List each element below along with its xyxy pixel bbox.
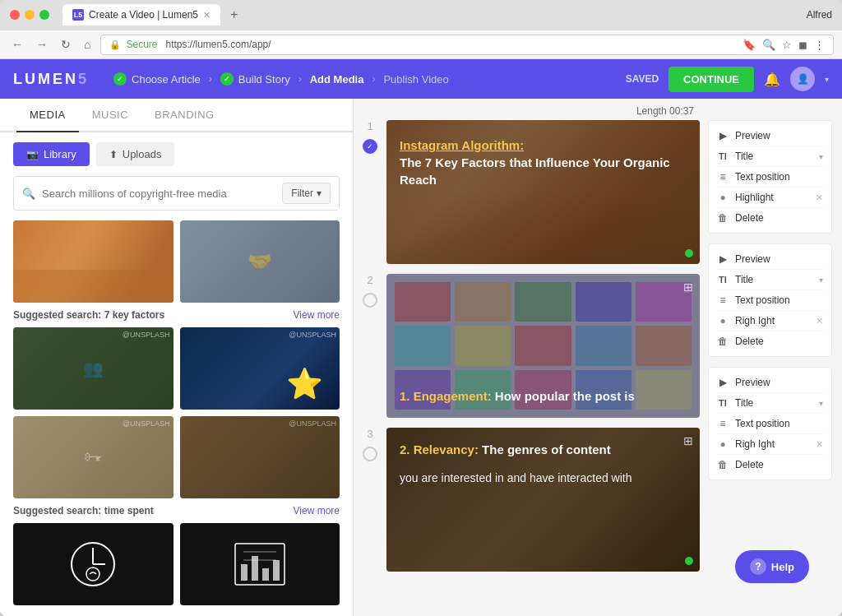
- controls-column: ▶ Preview TI Title ▾ ≡ Text position: [700, 120, 835, 616]
- filter-caret-icon: ▾: [317, 188, 322, 199]
- hands-image: 🤝: [180, 220, 340, 303]
- slide-2-highlight: 1. Engagement:: [400, 389, 492, 403]
- slide-3-title-btn[interactable]: TI Title ▾: [717, 393, 823, 414]
- suggested-label-2: Suggested search: time spent View more: [13, 505, 340, 516]
- slide-2-rest: How popular the post is: [495, 389, 635, 403]
- slide-2-delete-btn[interactable]: 🗑 Delete: [717, 331, 823, 351]
- window-controls: [10, 10, 49, 20]
- slide-1-title-btn[interactable]: TI Title ▾: [717, 146, 823, 167]
- forward-button[interactable]: →: [33, 36, 51, 53]
- continue-button[interactable]: CONTINUE: [669, 67, 754, 92]
- slide-1-textpos-btn[interactable]: ≡ Text position: [717, 167, 823, 188]
- title-label: Title: [735, 397, 812, 409]
- view-more-1[interactable]: View more: [294, 309, 340, 321]
- svg-point-3: [86, 567, 99, 581]
- slide-3-delete-btn[interactable]: 🗑 Delete: [717, 455, 823, 475]
- maximize-button[interactable]: [39, 10, 49, 20]
- suggested-label-1: Suggested search: 7 key factors View mor…: [13, 309, 340, 321]
- step-publish-video[interactable]: Publish Video: [383, 73, 448, 86]
- back-button[interactable]: ←: [8, 36, 26, 53]
- app-header: LUMEN5 ✓ Choose Article › ✓ Build Story …: [0, 59, 842, 99]
- slide-3-highlight-btn[interactable]: ● Righ Ight ✕: [717, 434, 823, 455]
- highlight-remove-icon[interactable]: ✕: [816, 192, 823, 203]
- new-tab-button[interactable]: +: [230, 7, 238, 22]
- slide-2-layers-icon: ⊞: [683, 280, 693, 294]
- star-icon[interactable]: ☆: [782, 39, 792, 51]
- starfish-image: @UNSPLASH ⭐: [180, 327, 340, 410]
- uploads-button[interactable]: ⬆ Uploads: [96, 142, 175, 166]
- search-bar[interactable]: 🔍 Filter ▾: [13, 176, 340, 211]
- media-thumb[interactable]: [180, 523, 340, 605]
- slide-3-textpos-btn[interactable]: ≡ Text position: [717, 414, 823, 434]
- step-arrow-2: ›: [298, 73, 302, 85]
- step-choose-article[interactable]: ✓ Choose Article: [113, 72, 201, 86]
- library-button[interactable]: 📷 Library: [13, 142, 90, 166]
- media-thumb[interactable]: @UNSPLASH: [180, 416, 340, 498]
- slide-card-1[interactable]: Instagram Algorithm: The 7 Key Factors t…: [386, 120, 700, 264]
- home-button[interactable]: ⌂: [81, 36, 94, 53]
- media-thumb[interactable]: @UNSPLASH ⭐: [180, 327, 340, 410]
- tab-branding[interactable]: BRANDING: [141, 99, 228, 132]
- slide-1-preview-btn[interactable]: ▶ Preview: [717, 126, 823, 146]
- secure-badge: 🔒: [109, 39, 121, 50]
- notifications-icon[interactable]: 🔔: [764, 72, 780, 87]
- title-icon: TI: [717, 398, 729, 408]
- highlight-remove-icon[interactable]: ✕: [816, 316, 823, 327]
- slide-number-col-3: 3: [360, 428, 380, 461]
- tab-close-button[interactable]: ✕: [203, 10, 210, 21]
- media-thumb[interactable]: [13, 523, 173, 605]
- tab-music[interactable]: MUSIC: [79, 99, 141, 132]
- address-url: https://lumen5.com/app/: [166, 39, 271, 50]
- wood-image: @UNSPLASH: [180, 416, 340, 498]
- browser-window: L5 Create a Video | Lumen5 ✕ + Alfred ← …: [0, 0, 842, 616]
- close-button[interactable]: [10, 10, 20, 20]
- slide-1-title: Instagram Algorithm: The 7 Key Factors t…: [400, 137, 687, 188]
- media-thumb[interactable]: @UNSPLASH 👥: [13, 327, 173, 410]
- address-bar[interactable]: 🔒 Secure https://lumen5.com/app/ 🔖 🔍 ☆ ◼…: [100, 35, 834, 55]
- browser-tab[interactable]: L5 Create a Video | Lumen5 ✕: [62, 4, 220, 25]
- user-avatar[interactable]: 👤: [790, 67, 815, 91]
- highlight-remove-icon[interactable]: ✕: [816, 439, 823, 450]
- highlight-icon: ●: [717, 438, 729, 450]
- slide-2-image: ⊞ 1. Engagement: How popular the post is: [386, 274, 700, 418]
- preview-label: Preview: [735, 253, 823, 265]
- user-dropdown-icon[interactable]: ▾: [825, 75, 829, 84]
- clock-image: [13, 523, 173, 605]
- slide-3-controls: ▶ Preview TI Title ▾ ≡ Text position: [708, 367, 832, 480]
- slide-2-title-btn[interactable]: TI Title ▾: [717, 270, 823, 290]
- media-thumb[interactable]: [13, 220, 173, 303]
- slide-3-image: ⊞ 2. Relevancy: The genres of content yo…: [386, 428, 700, 572]
- bookmark-icon[interactable]: 🔖: [743, 39, 756, 51]
- slide-check-2[interactable]: [363, 293, 377, 308]
- slide-2-preview-btn[interactable]: ▶ Preview: [717, 249, 823, 270]
- step-build-story[interactable]: ✓ Build Story: [220, 72, 290, 86]
- filter-button[interactable]: Filter ▾: [282, 183, 331, 204]
- tab-media[interactable]: MEDIA: [16, 99, 79, 132]
- view-more-2[interactable]: View more: [294, 505, 340, 516]
- slide-3-preview-btn[interactable]: ▶ Preview: [717, 373, 823, 393]
- search-input[interactable]: [42, 188, 275, 200]
- textpos-label: Text position: [735, 418, 823, 429]
- slide-check-1[interactable]: [363, 139, 377, 154]
- slide-1-dot: [685, 249, 693, 257]
- reload-button[interactable]: ↻: [58, 36, 74, 53]
- slide-check-3[interactable]: [363, 447, 377, 461]
- slide-card-3[interactable]: ⊞ 2. Relevancy: The genres of content yo…: [386, 428, 700, 572]
- media-thumb[interactable]: @UNSPLASH 🗝: [13, 416, 173, 498]
- textpos-icon: ≡: [717, 294, 729, 306]
- slide-row-3: 3 ⊞ 2. Relevancy:: [360, 428, 700, 572]
- slide-2-text: 1. Engagement: How popular the post is: [400, 387, 687, 405]
- media-thumb[interactable]: 🤝: [180, 220, 340, 303]
- help-button[interactable]: ? Help: [735, 550, 809, 583]
- step-add-media[interactable]: Add Media: [310, 73, 364, 86]
- slide-2-textpos-btn[interactable]: ≡ Text position: [717, 290, 823, 311]
- extensions-icon[interactable]: ◼: [798, 39, 807, 51]
- slide-2-highlight-btn[interactable]: ● Righ Ight ✕: [717, 311, 823, 331]
- media-row-4: [13, 523, 340, 605]
- slide-1-highlight-btn[interactable]: ● Highlight ✕: [717, 188, 823, 208]
- slide-1-delete-btn[interactable]: 🗑 Delete: [717, 208, 823, 228]
- slide-card-2[interactable]: ⊞ 1. Engagement: How popular the post is: [386, 274, 700, 418]
- search-icon[interactable]: 🔍: [762, 39, 775, 51]
- menu-icon[interactable]: ⋮: [814, 39, 825, 51]
- minimize-button[interactable]: [25, 10, 35, 20]
